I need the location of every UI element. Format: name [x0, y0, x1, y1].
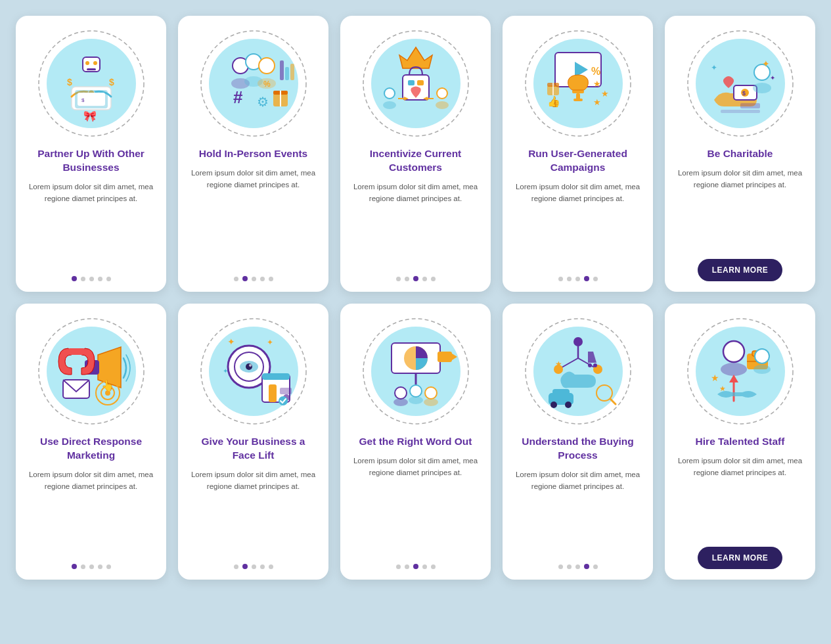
svg-point-129 — [721, 363, 747, 376]
svg-rect-91 — [262, 373, 290, 380]
svg-text:👍: 👍 — [547, 95, 560, 108]
dot-4 — [260, 277, 265, 281]
dot-1 — [558, 564, 563, 569]
dots-campaign — [558, 276, 598, 281]
svg-rect-6 — [87, 68, 96, 70]
dot-4 — [98, 564, 102, 569]
dot-2 — [81, 564, 85, 569]
svg-text:★: ★ — [601, 89, 609, 99]
svg-line-125 — [610, 399, 616, 404]
dot-2 — [242, 564, 248, 569]
card-incentivize-customers: Incentivize Current Customers Lorem ipsu… — [340, 16, 491, 292]
svg-text:★: ★ — [593, 97, 601, 107]
card-talented-staff: ★ ★ Hire Talented Staff Lorem ipsum dolo… — [665, 304, 815, 580]
svg-point-118 — [588, 363, 592, 367]
svg-rect-30 — [290, 64, 294, 80]
dot-2 — [567, 564, 572, 569]
dots-direct-response — [72, 564, 111, 569]
card-title-talented-staff: Hire Talented Staff — [696, 435, 785, 449]
dot-4 — [422, 277, 427, 281]
illustration-directresponse: 👆 — [35, 315, 147, 427]
svg-rect-28 — [280, 60, 284, 80]
card-partner-up: $ $ $ 🎀 Partner Up With Other Businesses… — [16, 16, 166, 292]
dot-1 — [396, 564, 401, 569]
card-title-campaign: Run User-Generated Campaigns — [513, 147, 642, 175]
svg-rect-94 — [280, 388, 292, 394]
svg-point-104 — [409, 396, 423, 404]
dot-4 — [584, 564, 589, 569]
svg-text:✦: ✦ — [711, 63, 717, 72]
dot-2 — [567, 277, 572, 281]
svg-text:★: ★ — [711, 373, 719, 383]
dots-incentivize — [396, 276, 436, 281]
svg-text:★: ★ — [719, 384, 726, 392]
card-body-word-out: Lorem ipsum dolor sit dim amet, mea regi… — [351, 455, 480, 555]
svg-point-64 — [753, 83, 771, 93]
card-user-generated: % ★ ★ ★ 👍 Run User-Generated Campaigns L… — [503, 16, 653, 292]
svg-point-137 — [753, 365, 771, 374]
dot-5 — [269, 277, 273, 281]
dot-5 — [431, 277, 436, 281]
learn-more-button-charitable[interactable]: LEARN MORE — [698, 259, 783, 281]
dot-4 — [98, 277, 102, 281]
dots-events — [234, 276, 273, 281]
svg-point-128 — [723, 341, 744, 362]
svg-text:$: $ — [742, 90, 746, 97]
svg-text:✦: ✦ — [223, 367, 228, 375]
card-title-word-out: Get the Right Word Out — [359, 435, 472, 449]
svg-text:🎀: 🎀 — [83, 110, 97, 122]
svg-point-77 — [105, 390, 110, 396]
dot-3 — [575, 277, 580, 281]
svg-point-4 — [85, 61, 89, 65]
svg-point-123 — [565, 402, 572, 408]
svg-point-102 — [393, 398, 408, 406]
svg-point-136 — [755, 349, 769, 363]
svg-rect-69 — [721, 110, 760, 113]
svg-rect-47 — [572, 90, 584, 93]
svg-point-101 — [395, 387, 407, 399]
dot-1 — [234, 277, 238, 281]
cards-grid: $ $ $ 🎀 Partner Up With Other Businesses… — [16, 16, 815, 580]
dot-1 — [72, 564, 77, 569]
svg-text:$: $ — [81, 97, 85, 103]
dot-3 — [252, 564, 256, 569]
dot-5 — [269, 564, 273, 569]
svg-text:★: ★ — [593, 79, 601, 89]
svg-text:#: # — [233, 87, 243, 107]
svg-rect-107 — [438, 352, 452, 362]
illustration-wordout — [360, 315, 472, 427]
dot-1 — [396, 277, 401, 281]
dot-4 — [422, 564, 427, 569]
svg-point-122 — [550, 402, 557, 408]
svg-point-85 — [246, 363, 252, 370]
learn-more-button-staff[interactable]: LEARN MORE — [698, 547, 783, 569]
dot-1 — [558, 277, 563, 281]
illustration-incentivize — [360, 28, 472, 139]
svg-rect-35 — [408, 80, 415, 85]
dot-5 — [431, 564, 436, 569]
card-body-face-lift: Lorem ipsum dolor sit dim amet, mea regi… — [189, 469, 318, 555]
svg-point-5 — [93, 61, 97, 65]
svg-text:✦: ✦ — [762, 58, 770, 69]
svg-point-103 — [410, 385, 422, 397]
card-title-buying-process: Understand the Buying Process — [513, 435, 642, 463]
svg-text:✦: ✦ — [770, 74, 775, 81]
svg-rect-29 — [285, 67, 289, 80]
card-body-partner: Lorem ipsum dolor sit dim amet, mea regi… — [26, 181, 156, 267]
card-title-direct-response: Use Direct Response Marketing — [26, 435, 156, 463]
dot-3 — [413, 564, 418, 569]
dot-5 — [593, 564, 598, 569]
svg-rect-49 — [573, 99, 583, 101]
svg-point-114 — [573, 337, 583, 346]
dot-1 — [234, 564, 238, 569]
dot-5 — [106, 564, 111, 569]
svg-point-58 — [696, 39, 785, 128]
dot-4 — [584, 276, 589, 281]
svg-text:👆: 👆 — [101, 379, 114, 392]
dot-3 — [89, 277, 94, 281]
dot-1 — [72, 276, 77, 281]
svg-rect-92 — [269, 384, 277, 402]
card-body-talented-staff: Lorem ipsum dolor sit dim amet, mea regi… — [675, 455, 805, 538]
card-body-campaign: Lorem ipsum dolor sit dim amet, mea regi… — [513, 181, 642, 267]
card-title-face-lift: Give Your Business a Face Lift — [189, 435, 318, 463]
